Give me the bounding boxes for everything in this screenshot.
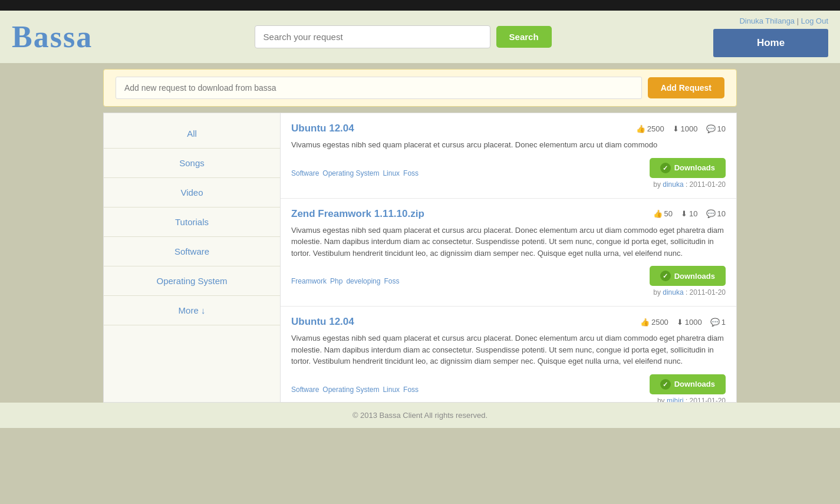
comment-count: 10 — [717, 209, 726, 218]
logout-link[interactable]: Log Out — [801, 17, 828, 25]
post-tag[interactable]: Operating System — [322, 169, 379, 177]
comment-stat: 💬 1 — [710, 318, 726, 327]
sidebar-item-more[interactable]: More ↓ — [104, 296, 280, 325]
download-count-icon: ⬇ — [681, 209, 687, 218]
post-tag[interactable]: Software — [291, 169, 319, 177]
post-tag[interactable]: Software — [291, 386, 319, 394]
post-header: Ubuntu 12.04 👍 2500 ⬇ 1000 💬 1 — [291, 316, 726, 328]
post-tags: Software Operating System Linux Foss — [291, 169, 419, 177]
post-header: Ubuntu 12.04 👍 2500 ⬇ 1000 💬 10 — [291, 123, 726, 134]
post-item: Ubuntu 12.04 👍 2500 ⬇ 1000 💬 10 — [281, 113, 736, 199]
like-icon: 👍 — [653, 209, 663, 218]
logo: Bassa — [12, 19, 93, 54]
sidebar-item-video[interactable]: Video — [104, 178, 280, 207]
post-footer: Freamwork Php developing Foss ✓ Download… — [291, 266, 726, 297]
post-meta: by mihiri : 2011-01-20 — [657, 397, 726, 403]
post-footer: Software Operating System Linux Foss ✓ D… — [291, 158, 726, 189]
post-title[interactable]: Zend Freamwork 1.11.10.zip — [291, 208, 424, 220]
post-tag[interactable]: Php — [330, 277, 342, 285]
comment-count: 1 — [722, 318, 726, 327]
like-stat: 👍 2500 — [640, 318, 668, 327]
post-tag[interactable]: Linux — [383, 169, 400, 177]
like-icon: 👍 — [640, 318, 650, 327]
download-button[interactable]: ✓ Downloads — [650, 266, 726, 286]
download-stat: ⬇ 1000 — [677, 318, 702, 327]
check-icon: ✓ — [660, 379, 671, 390]
comment-icon: 💬 — [706, 124, 716, 133]
post-meta: by dinuka : 2011-01-20 — [653, 180, 726, 189]
post-tag[interactable]: Linux — [383, 386, 400, 394]
download-button[interactable]: ✓ Downloads — [650, 158, 726, 178]
download-stat: ⬇ 10 — [681, 209, 697, 218]
check-icon: ✓ — [660, 271, 671, 281]
header: Bassa Search Dinuka Thilanga | Log Out H… — [0, 11, 840, 63]
post-title[interactable]: Ubuntu 12.04 — [291, 123, 354, 134]
post-title[interactable]: Ubuntu 12.04 — [291, 316, 354, 328]
author-link[interactable]: mihiri — [667, 397, 684, 403]
post-footer: Software Operating System Linux Foss ✓ D… — [291, 374, 726, 403]
home-button[interactable]: Home — [713, 29, 828, 57]
top-right: Dinuka Thilanga | Log Out Home — [713, 17, 828, 57]
like-stat: 👍 50 — [653, 209, 673, 218]
footer: © 2013 Bassa Client All rights reserved. — [0, 403, 840, 428]
post-tag[interactable]: Freamwork — [291, 277, 327, 285]
post-body: Vivamus egestas nibh sed quam placerat e… — [291, 332, 726, 367]
download-count: 1000 — [681, 124, 698, 133]
comment-count: 10 — [717, 124, 726, 133]
download-button[interactable]: ✓ Downloads — [650, 374, 726, 394]
footer-text: © 2013 Bassa Client All rights reserved. — [353, 411, 487, 420]
add-request-bar: Add Request — [103, 69, 737, 107]
post-body: Vivamus egestas nibh sed quam placerat e… — [291, 139, 726, 151]
post-tag[interactable]: Foss — [384, 277, 399, 285]
like-count: 50 — [664, 209, 673, 218]
sidebar-item-songs[interactable]: Songs — [104, 149, 280, 178]
download-count-icon: ⬇ — [673, 124, 679, 133]
post-tag[interactable]: Foss — [403, 169, 419, 177]
like-stat: 👍 2500 — [636, 124, 664, 133]
search-area: Search — [238, 25, 568, 48]
post-tag[interactable]: Foss — [403, 386, 419, 394]
search-input[interactable] — [255, 25, 490, 48]
comment-stat: 💬 10 — [706, 124, 726, 133]
download-btn-wrap: ✓ Downloads by dinuka : 2011-01-20 — [650, 266, 726, 297]
post-header: Zend Freamwork 1.11.10.zip 👍 50 ⬇ 10 💬 1… — [291, 208, 726, 220]
post-tag[interactable]: Operating System — [322, 386, 379, 394]
post-stats: 👍 50 ⬇ 10 💬 10 — [653, 209, 726, 218]
author-link[interactable]: dinuka — [663, 180, 683, 189]
separator: | — [797, 17, 801, 25]
sidebar-item-all[interactable]: All — [104, 119, 280, 149]
comment-stat: 💬 10 — [706, 209, 726, 218]
search-button[interactable]: Search — [496, 26, 552, 48]
user-links: Dinuka Thilanga | Log Out — [739, 17, 828, 25]
sidebar: All Songs Video Tutorials Software Opera… — [104, 113, 281, 402]
like-count: 2500 — [647, 124, 664, 133]
post-tag[interactable]: developing — [346, 277, 380, 285]
check-icon: ✓ — [660, 163, 671, 173]
post-item: Zend Freamwork 1.11.10.zip 👍 50 ⬇ 10 💬 1… — [281, 199, 736, 307]
main-content: All Songs Video Tutorials Software Opera… — [103, 113, 737, 403]
author-link[interactable]: dinuka — [663, 288, 683, 297]
sidebar-item-software[interactable]: Software — [104, 237, 280, 266]
post-meta: by dinuka : 2011-01-20 — [653, 288, 726, 297]
add-request-input[interactable] — [116, 77, 642, 99]
download-stat: ⬇ 1000 — [673, 124, 698, 133]
download-btn-wrap: ✓ Downloads by dinuka : 2011-01-20 — [650, 158, 726, 189]
post-body: Vivamus egestas nibh sed quam placerat e… — [291, 225, 726, 259]
sidebar-item-tutorials[interactable]: Tutorials — [104, 207, 280, 237]
like-icon: 👍 — [636, 124, 645, 133]
comment-icon: 💬 — [710, 318, 720, 327]
comment-icon: 💬 — [706, 209, 716, 218]
user-profile-link[interactable]: Dinuka Thilanga — [739, 17, 795, 25]
post-tags: Software Operating System Linux Foss — [291, 386, 419, 394]
download-count-icon: ⬇ — [677, 318, 683, 327]
sidebar-item-operating-system[interactable]: Operating System — [104, 266, 280, 296]
download-count: 1000 — [685, 318, 702, 327]
download-btn-wrap: ✓ Downloads by mihiri : 2011-01-20 — [650, 374, 726, 403]
like-count: 2500 — [651, 318, 668, 327]
content-area: Ubuntu 12.04 👍 2500 ⬇ 1000 💬 10 — [281, 113, 736, 402]
post-tags: Freamwork Php developing Foss — [291, 277, 399, 285]
post-stats: 👍 2500 ⬇ 1000 💬 1 — [640, 318, 726, 327]
download-count: 10 — [689, 209, 697, 218]
add-request-button[interactable]: Add Request — [648, 77, 724, 98]
post-stats: 👍 2500 ⬇ 1000 💬 10 — [636, 124, 726, 133]
